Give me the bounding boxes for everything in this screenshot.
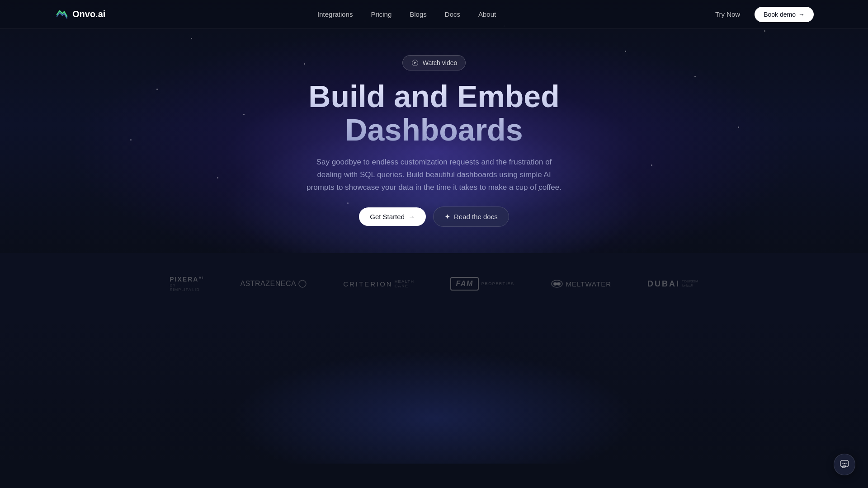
logo-pixera: PIXERAAI BY SIMPLIFAI.ID (170, 276, 204, 292)
nav-pricing[interactable]: Pricing (371, 10, 392, 18)
nav-blogs[interactable]: Blogs (410, 10, 427, 18)
hero-section: Watch video Build and Embed Dashboards S… (0, 0, 868, 253)
svg-rect-4 (554, 283, 560, 285)
chat-icon (840, 460, 849, 469)
svg-point-7 (844, 463, 845, 464)
arrow-right-icon: → (408, 213, 415, 221)
nav-about[interactable]: About (478, 10, 496, 18)
watch-video-button[interactable]: Watch video (402, 55, 466, 70)
play-icon (411, 59, 419, 67)
bottom-section (0, 319, 868, 464)
nav-docs[interactable]: Docs (445, 10, 460, 18)
hero-buttons: Get Started → ✦ Read the docs (359, 206, 509, 227)
hero-content: Watch video Build and Embed Dashboards S… (303, 55, 565, 227)
nav-integrations[interactable]: Integrations (317, 10, 353, 18)
get-started-button[interactable]: Get Started → (359, 207, 426, 226)
chat-bubble-button[interactable] (834, 454, 855, 475)
nav-links: Integrations Pricing Blogs Docs About (317, 10, 496, 19)
logos-section: PIXERAAI BY SIMPLIFAI.ID AstraZeneca CRI… (0, 253, 868, 319)
logo-icon (54, 7, 69, 22)
hero-title: Build and Embed Dashboards (308, 80, 559, 147)
meltwater-icon (551, 280, 563, 288)
brand-name: Onvo.ai (72, 9, 105, 19)
nav-actions: Try Now Book demo → (708, 7, 814, 22)
logo-link[interactable]: Onvo.ai (54, 7, 105, 22)
read-docs-button[interactable]: ✦ Read the docs (433, 206, 509, 227)
logo-fam: fam properties (450, 277, 514, 291)
logo-dubai: DUBAI TOURISM السياحة (647, 279, 698, 289)
arrow-icon: → (798, 11, 805, 18)
bottom-glow (231, 351, 637, 464)
logo-criterion: CRITERION HEALTH CARE (343, 279, 414, 288)
try-now-button[interactable]: Try Now (708, 7, 747, 22)
hero-subtitle: Say goodbye to endless customization req… (303, 156, 565, 194)
svg-point-6 (842, 463, 843, 464)
logos-strip: PIXERAAI BY SIMPLIFAI.ID AstraZeneca CRI… (208, 276, 660, 292)
book-demo-button[interactable]: Book demo → (755, 7, 814, 22)
sparkle-icon: ✦ (444, 212, 450, 221)
svg-point-8 (845, 463, 846, 464)
astrazeneca-icon (298, 279, 307, 288)
logo-meltwater: Meltwater (551, 280, 611, 288)
logo-astrazeneca: AstraZeneca (240, 279, 307, 288)
navbar: Onvo.ai Integrations Pricing Blogs Docs … (0, 0, 868, 29)
